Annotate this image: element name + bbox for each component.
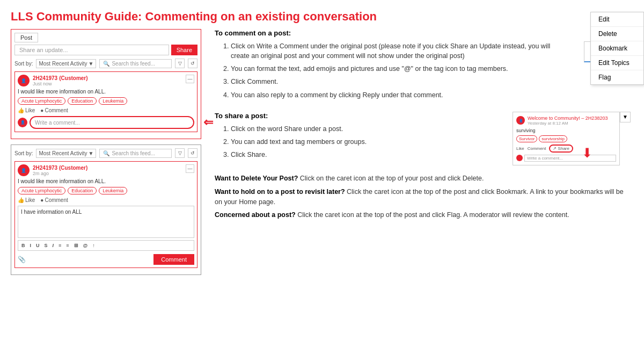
tag-acute[interactable]: Acute Lymphocytic <box>18 97 65 105</box>
toolbar-underline[interactable]: U <box>34 242 41 249</box>
comment-icon-top: ● <box>40 107 43 113</box>
comment-step1: Click on Write a Comment under the origi… <box>231 41 568 61</box>
search-icon: 🔍 <box>103 61 109 67</box>
post-user-bottom: 2H241973 <box>33 165 57 171</box>
toolbar-list1[interactable]: ≡ <box>57 242 63 249</box>
comment-icon-bottom: ● <box>40 197 43 203</box>
dropdown-item-edit[interactable]: Edit <box>591 12 643 27</box>
like-label-bottom: Like <box>25 197 35 203</box>
comment-link-bottom[interactable]: ● Comment <box>40 197 68 203</box>
share-tag2[interactable]: survivorship <box>539 135 567 142</box>
share-tags: Survivor survivorship <box>516 135 616 142</box>
comment-steps: Click on Write a Comment under the origi… <box>231 41 568 100</box>
screenshot-bottom: Sort by: Most Recent Activity ▼ 🔍 Search… <box>11 144 201 275</box>
toolbar-table[interactable]: ⊞ <box>72 242 80 249</box>
tags-row-top: Acute Lymphocytic Education Leukemia <box>18 97 194 105</box>
share-icon: ↗ <box>553 146 557 151</box>
dropdown-toggle[interactable]: ▼ <box>620 112 631 122</box>
comment-submit-button[interactable]: Comment <box>153 254 194 265</box>
sort-value-bottom: Most Recent Activity <box>39 150 87 156</box>
toolbar-list2[interactable]: ≡ <box>64 242 70 249</box>
share-screenshot-area: 👤 Welcome to Community! – 2H238203 Yeste… <box>513 112 631 165</box>
want-flag-text: Concerned about a post? Click the caret … <box>215 210 631 220</box>
toolbar-upload[interactable]: ↑ <box>91 242 97 249</box>
search-box-bottom[interactable]: 🔍 Search this feed... <box>99 149 172 158</box>
filter-icon-bottom[interactable]: ▽ <box>175 148 185 158</box>
post-header-bottom: 👤 2H241973 (Customer) 2m ago — <box>18 164 194 176</box>
sort-value: Most Recent Activity <box>39 61 87 67</box>
arrow-right-icon: ⇐ <box>203 115 213 129</box>
comment-step4: You can also reply to a comment by click… <box>231 90 568 100</box>
refresh-icon[interactable]: ↺ <box>188 59 197 68</box>
editor-area[interactable]: I have information on ALL <box>18 206 194 238</box>
sort-select[interactable]: Most Recent Activity ▼ <box>36 59 96 68</box>
filter-icon[interactable]: ▽ <box>175 59 185 68</box>
tag-acute-bottom[interactable]: Acute Lymphocytic <box>18 187 65 194</box>
like-link-top[interactable]: 👍 Like <box>18 107 35 113</box>
toolbar-italic2[interactable]: I <box>51 242 56 249</box>
share-comment-input[interactable]: Write a comment... <box>524 155 616 162</box>
share-input[interactable]: Share an update... <box>14 45 169 55</box>
toolbar-mention[interactable]: @ <box>82 242 90 249</box>
post-body-top: I would like more information on ALL. <box>18 89 194 95</box>
search-box-top[interactable]: 🔍 Search this feed... <box>99 59 172 68</box>
want-flag-desc: Click the caret icon at the top of the p… <box>296 211 569 219</box>
write-comment-oval[interactable]: Write a comment... <box>30 116 194 129</box>
write-comment-text: Write a comment... <box>35 120 80 126</box>
tag-leukemia[interactable]: Leukemia <box>99 97 127 105</box>
comment-label-top: Comment <box>45 107 68 113</box>
attachment-icon[interactable]: 📎 <box>18 256 26 263</box>
toolbar-strikethrough[interactable]: S <box>43 242 49 249</box>
comment-link-top[interactable]: ● Comment <box>40 107 68 113</box>
share-row: Share an update... Share <box>14 45 197 55</box>
share-comment-avatar <box>516 155 523 161</box>
share-comment-link[interactable]: Comment <box>528 146 546 151</box>
post-tab[interactable]: Post <box>14 33 38 42</box>
share-post-time: Yesterday at 8:12 AM <box>528 121 608 126</box>
dropdown-item-edit-topics[interactable]: Edit Topics <box>591 56 643 70</box>
want-bookmark-bold: Want to hold on to a post to revisit lat… <box>215 188 345 196</box>
toolbar-bold[interactable]: B <box>20 242 27 249</box>
avatar-top: 👤 <box>18 75 30 86</box>
collapse-btn-top[interactable]: — <box>186 75 194 83</box>
dropdown-item-bookmark[interactable]: Bookmark <box>591 41 643 56</box>
toolbar-italic[interactable]: I <box>28 242 33 249</box>
tag-education-bottom[interactable]: Education <box>68 187 97 194</box>
share-button[interactable]: Share <box>171 45 197 55</box>
post-body-bottom: I would like more information on ALL. <box>18 178 194 184</box>
refresh-icon-bottom[interactable]: ↺ <box>188 148 197 158</box>
tags-row-bottom: Acute Lymphocytic Education Leukemia <box>18 187 194 194</box>
collapse-btn-bottom[interactable]: — <box>186 164 194 173</box>
comment-step3: Click Comment. <box>231 77 568 86</box>
like-label-top: Like <box>25 107 35 113</box>
share-post-link[interactable]: Welcome to Community! – 2H238203 <box>528 115 608 121</box>
tag-leukemia-bottom[interactable]: Leukemia <box>99 187 127 194</box>
share-text-col: To share a post: Click on the word Share… <box>215 112 507 166</box>
sort-chevron-icon: ▼ <box>89 61 94 67</box>
dropdown-item-delete[interactable]: Delete <box>591 27 643 41</box>
share-like-link[interactable]: Like <box>516 146 524 151</box>
thumbs-up-icon: 👍 <box>18 107 24 113</box>
like-link-bottom[interactable]: 👍 Like <box>18 197 35 203</box>
share-share-link[interactable]: ↗ Share <box>549 144 573 153</box>
sort-select-bottom[interactable]: Most Recent Activity ▼ <box>36 149 96 158</box>
sort-chevron-icon-bottom: ▼ <box>89 150 94 156</box>
editor-toolbar: B I U S I ≡ ≡ ⊞ @ ↑ <box>18 240 194 251</box>
share-post-header: 👤 Welcome to Community! – 2H238203 Yeste… <box>516 115 616 126</box>
share-step1: Click on the word Share under a post. <box>231 124 507 134</box>
share-comment-row: Write a comment... <box>516 155 616 162</box>
tag-education[interactable]: Education <box>68 97 97 105</box>
section1-title: To comment on a post: <box>215 29 631 37</box>
want-flag-bold: Concerned about a post? <box>215 211 296 219</box>
share-screenshot: 👤 Welcome to Community! – 2H238203 Yeste… <box>513 112 620 165</box>
search-placeholder: Search this feed... <box>112 61 155 67</box>
share-step3: Click Share. <box>231 150 507 160</box>
share-actions: Like Comment ↗ Share <box>516 144 616 153</box>
dropdown-item-flag[interactable]: Flag <box>591 70 643 84</box>
comment-label-bottom: Comment <box>45 197 68 203</box>
share-share-text: Share <box>558 146 569 151</box>
search-placeholder-bottom: Search this feed... <box>112 150 155 156</box>
sort-label-bottom: Sort by: <box>14 150 33 156</box>
share-tag1[interactable]: Survivor <box>516 135 537 142</box>
left-panel: Post Share an update... Share Sort by: M… <box>5 29 207 275</box>
